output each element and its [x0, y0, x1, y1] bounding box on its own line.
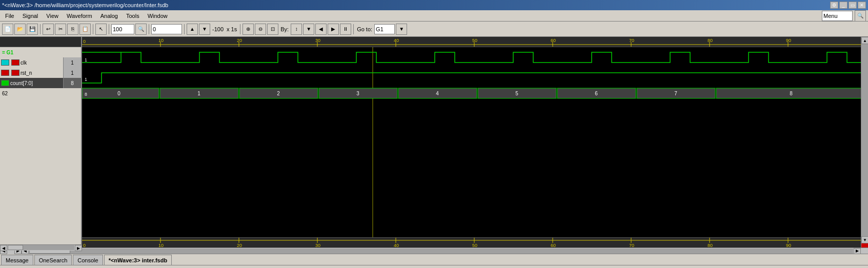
vscroll-down[interactable]: ▼	[861, 236, 868, 243]
time-ruler-bottom: 0 10 20 30 40 50 60 70 80 90 1	[82, 237, 861, 248]
signal-panel: = G1 clk 1 rst_n 1 count[7:0] 8 62 ◀ ▶	[0, 37, 82, 248]
waveform-area[interactable]: 0 10 20 30 40 50 60 70 80 90 1	[82, 37, 861, 248]
next-button[interactable]: ▶	[328, 24, 339, 35]
signal-row-rstn[interactable]: rst_n 1	[0, 68, 81, 78]
svg-text:90: 90	[786, 243, 791, 248]
menu-window[interactable]: Window	[145, 12, 171, 20]
sep4	[149, 24, 149, 34]
save-button[interactable]: 💾	[27, 24, 38, 35]
waveform-svg: 0 1 2 3 4 5 6 7 8 1 1	[82, 47, 861, 237]
menu-tools[interactable]: Tools	[123, 12, 143, 20]
svg-text:40: 40	[394, 243, 399, 248]
svg-text:10: 10	[158, 243, 164, 248]
title-bar-controls: ⚙ _ ▭ ✕	[830, 2, 866, 9]
undo-button[interactable]: ↩	[43, 24, 54, 35]
svg-text:4: 4	[436, 91, 439, 96]
tab-fsdb[interactable]: *<nWave:3> inter.fsdb	[104, 255, 172, 265]
new-button[interactable]: 📄	[2, 24, 13, 35]
tab-onesearch[interactable]: OneSearch	[34, 255, 72, 265]
menu-bar: File Signal View Waveform Analog Tools W…	[0, 10, 868, 22]
svg-text:8: 8	[790, 91, 793, 96]
svg-text:20: 20	[237, 243, 242, 248]
open-button[interactable]: 📂	[14, 24, 26, 35]
search-button[interactable]: 🔍	[855, 10, 866, 22]
h-scrollbar: ◀ ▶ ◀ ▶	[0, 248, 868, 254]
goto-dropdown[interactable]: ▼	[396, 24, 407, 35]
signal-scroll-right[interactable]: ▶	[75, 245, 82, 248]
right-scrollbar: ▲ ▼	[861, 37, 868, 248]
rstn-type-box	[11, 70, 19, 76]
vscroll-track[interactable]	[861, 44, 868, 236]
delta-value: -100	[211, 26, 225, 32]
bottom-tabs: Message OneSearch Console *<nWave:3> int…	[0, 254, 868, 265]
sep5	[184, 24, 185, 34]
settings-icon[interactable]: ⚙	[830, 2, 838, 9]
svg-text:5: 5	[515, 91, 518, 96]
svg-text:20: 20	[237, 38, 242, 43]
menu-waveform[interactable]: Waveform	[64, 12, 95, 20]
zoom-fit-button[interactable]: ⊡	[267, 24, 278, 35]
time-ruler-top: 0 10 20 30 40 50 60 70 80 90 1	[82, 37, 861, 47]
zoom-input[interactable]	[111, 24, 134, 34]
menu-analog[interactable]: Analog	[97, 12, 121, 20]
goto-input[interactable]	[374, 24, 395, 34]
by-dropdown-button[interactable]: ↕	[291, 24, 302, 35]
svg-text:80: 80	[708, 243, 713, 248]
main-content: = G1 clk 1 rst_n 1 count[7:0] 8 62 ◀ ▶	[0, 37, 868, 248]
cut-button[interactable]: ✂	[55, 24, 66, 35]
wave-hscroll-track[interactable]	[29, 249, 853, 254]
svg-text:40: 40	[394, 38, 399, 43]
time-input[interactable]	[151, 24, 182, 34]
copy-button[interactable]: ⎘	[67, 24, 78, 35]
svg-text:30: 30	[315, 243, 320, 248]
clk-color	[1, 59, 9, 66]
clk-value: 1	[63, 57, 81, 68]
signal-scroll-track[interactable]	[8, 245, 74, 248]
signal-row-clk[interactable]: clk 1	[0, 57, 81, 68]
zoom-out-button[interactable]: ⊖	[255, 24, 266, 35]
signal-scroll-left[interactable]: ◀	[0, 245, 7, 248]
delta-up-button[interactable]: ▲	[187, 24, 198, 35]
unit-label: x 1s	[226, 26, 238, 32]
sep6	[240, 24, 240, 34]
goto-label: Go to:	[356, 26, 373, 32]
menu-signal[interactable]: Signal	[19, 12, 42, 20]
extra-value: 62	[2, 91, 8, 96]
svg-text:10: 10	[158, 38, 164, 43]
svg-text:70: 70	[629, 243, 634, 248]
menu-file[interactable]: File	[2, 12, 17, 20]
ruler-bottom-svg: 0 10 20 30 40 50 60 70 80 90 1	[82, 238, 861, 248]
svg-text:70: 70	[629, 38, 634, 43]
svg-text:3: 3	[356, 91, 359, 96]
signal-row-count[interactable]: count[7:0] 8	[0, 78, 81, 88]
zoom-in-button[interactable]: ⊕	[243, 24, 254, 35]
tab-console[interactable]: Console	[73, 255, 103, 265]
delta-down-button[interactable]: ▼	[199, 24, 210, 35]
zoom-icon[interactable]: 🔍	[135, 24, 147, 35]
menu-view[interactable]: View	[43, 12, 62, 20]
pointer-button[interactable]: ↖	[95, 24, 107, 35]
ruler-top-svg: 0 10 20 30 40 50 60 70 80 90 1	[82, 37, 861, 47]
close-button[interactable]: ✕	[858, 2, 866, 9]
end-button[interactable]: ⏸	[340, 24, 351, 35]
count-color	[1, 80, 9, 86]
minimize-button[interactable]: _	[839, 2, 847, 9]
svg-text:30: 30	[315, 38, 320, 43]
waveform-canvas-area[interactable]: 0 1 2 3 4 5 6 7 8 1 1	[82, 47, 861, 237]
svg-text:1: 1	[197, 91, 200, 96]
svg-text:8: 8	[85, 92, 87, 97]
svg-text:90: 90	[786, 38, 791, 43]
by-dropdown-arrow[interactable]: ▼	[303, 24, 314, 35]
paste-button[interactable]: 📋	[79, 24, 91, 35]
prev-button[interactable]: ◀	[315, 24, 327, 35]
toolbar: 📄 📂 💾 ↩ ✂ ⎘ 📋 ↖ 🔍 ▲ ▼ -100 x 1s ⊕ ⊖ ⊡ By…	[0, 22, 868, 37]
sep3	[109, 24, 109, 34]
tab-message[interactable]: Message	[1, 255, 33, 265]
menu-search[interactable]	[822, 11, 853, 21]
clk-type-box	[11, 59, 19, 66]
vscroll-indicator	[861, 243, 868, 248]
restore-button[interactable]: ▭	[849, 2, 857, 9]
svg-text:1: 1	[85, 77, 87, 82]
wave-hscroll-right[interactable]: ▶	[854, 248, 861, 254]
vscroll-up[interactable]: ▲	[861, 37, 868, 44]
